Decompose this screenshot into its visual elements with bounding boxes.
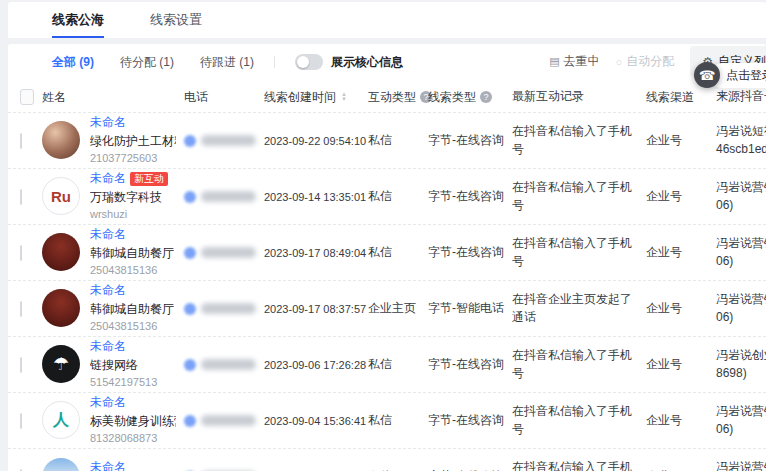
row-checkbox[interactable] (20, 245, 22, 261)
filter-pending-assign[interactable]: 待分配 (1) (120, 54, 174, 71)
avatar: ☂ (42, 345, 80, 383)
phone-reveal-icon[interactable] (184, 247, 196, 259)
source-cell: 冯岩说营销(788106) (716, 179, 766, 214)
tab-lead-pool[interactable]: 线索公海 (52, 11, 104, 38)
name-stack: 未命名 链搜网络 51542197513 (90, 338, 157, 390)
phone-masked-value (201, 415, 256, 426)
lead-name-link[interactable]: 未命名 (90, 394, 126, 411)
lead-type-cell: 字节-在线咨询 (428, 188, 512, 205)
lead-name-link[interactable]: 未命名 (90, 114, 126, 131)
help-icon[interactable]: ? (480, 91, 492, 103)
row-checkbox[interactable] (20, 133, 22, 149)
row-checkbox[interactable] (20, 413, 22, 429)
filter-divider (274, 56, 275, 68)
row-checkbox[interactable] (20, 189, 22, 205)
interaction-type-cell: 私信 (368, 132, 428, 149)
avatar-glyph: Ru (51, 188, 71, 205)
interaction-type-cell: 私信 (368, 244, 428, 261)
name-stack: 未命名 韩御城自助餐厅 25043815136 (90, 282, 174, 334)
created-cell: 2023-09-14 13:35:01 (264, 191, 368, 203)
lead-id: 25043815136 (90, 263, 174, 278)
phone-cell (184, 359, 264, 371)
lead-name-link[interactable]: 未命名 (90, 459, 126, 471)
channel-cell: 企业号 (646, 300, 716, 317)
avatar (42, 458, 80, 471)
lead-name-link[interactable]: 未命名 (90, 226, 126, 243)
channel-cell: 企业号 (646, 188, 716, 205)
header-name: 姓名 (42, 89, 184, 106)
source-cell: 冯岩说创业(21938698) (716, 347, 766, 382)
lead-name-link[interactable]: 未命名 (90, 170, 126, 187)
header-created: 线索创建时间 ▲ ▼ (264, 89, 368, 106)
channel-cell: 企业号 (646, 412, 716, 429)
phone-cell (184, 415, 264, 427)
avatar (42, 233, 80, 271)
lead-type-cell: 字节-在线咨询 (428, 412, 512, 429)
channel-cell: 企业号 (646, 244, 716, 261)
avatar-glyph: ☂ (53, 353, 69, 375)
channel-cell: 企业号 (646, 356, 716, 373)
source-cell: 冯岩说营销(788106) (716, 291, 766, 326)
latest-record-cell: 在抖音私信输入了手机号 (512, 123, 646, 158)
interaction-type-cell: 私信 (368, 356, 428, 373)
lead-id: 81328068873 (90, 431, 176, 446)
sort-created-control[interactable]: ▲ ▼ (341, 92, 347, 102)
lead-name-link[interactable]: 未命名 (90, 338, 126, 355)
leads-table: 姓名 电话 线索创建时间 ▲ ▼ 互动类型 ? 线索类型 ? 最新互动记录 线索… (8, 82, 766, 471)
phone-reveal-icon[interactable] (184, 415, 196, 427)
lead-id: wrshuzi (90, 207, 168, 222)
interaction-type-cell: 私信 (368, 412, 428, 429)
new-interaction-badge: 新互动 (130, 172, 168, 186)
filter-pending-follow[interactable]: 待跟进 (1) (200, 54, 254, 71)
lead-company: 韩御城自助餐厅 (90, 300, 174, 318)
core-info-toggle[interactable] (295, 54, 323, 70)
interaction-type-cell: 企业主页 (368, 300, 428, 317)
table-row: 未命名 韩御城自助餐厅 25043815136 2023-09-17 08:37… (8, 281, 766, 337)
header-interaction-type: 互动类型 ? (368, 89, 428, 106)
dedupe-icon: ▤ (549, 55, 559, 68)
source-cell: 冯岩说营销(788106) (716, 459, 766, 471)
dedupe-status[interactable]: ▤ 去重中 (549, 53, 599, 70)
auto-assign-toggle[interactable]: ○ 自动分配 (616, 53, 675, 70)
header-created-label: 线索创建时间 (264, 89, 336, 106)
lead-company: 链搜网络 (90, 356, 157, 374)
phone-reveal-icon[interactable] (184, 135, 196, 147)
lead-company: 绿化防护土工材料厂家 (90, 132, 176, 150)
latest-record-cell: 在抖音私信输入了手机号 (512, 459, 646, 471)
phone-cell (184, 135, 264, 147)
latest-record-cell: 在抖音私信输入了手机号 (512, 347, 646, 382)
core-info-toggle-wrap: 展示核心信息 (295, 54, 403, 71)
avatar (42, 289, 80, 327)
lead-id: 51542197513 (90, 375, 157, 390)
phone-icon: ☎ (694, 62, 720, 88)
dedupe-label: 去重中 (564, 53, 600, 70)
header-source: 来源抖音号 (716, 88, 766, 105)
latest-record-cell: 在抖音私信输入了手机号 (512, 235, 646, 270)
phone-masked-value (201, 247, 256, 258)
select-all-checkbox[interactable] (20, 89, 34, 105)
phone-reveal-icon[interactable] (184, 191, 196, 203)
phone-masked-value (201, 303, 256, 314)
lead-name-link[interactable]: 未命名 (90, 282, 126, 299)
row-checkbox[interactable] (20, 301, 22, 317)
click-to-login-widget[interactable]: ☎ 点击登录 (694, 62, 766, 88)
source-cell: 冯岩说短视频sey46scb1edcz) (716, 123, 766, 158)
created-cell: 2023-09-04 15:36:41 (264, 415, 368, 427)
phone-masked-value (201, 191, 256, 202)
name-stack: 未命名 新互动 万瑞数字科技 wrshuzi (90, 170, 168, 222)
table-row: 人 未命名 标美勒健身训练营 81328068873 2023-09-04 15… (8, 393, 766, 449)
table-row: Ru 未命名 新互动 万瑞数字科技 wrshuzi 2023-09-14 13:… (8, 169, 766, 225)
tab-lead-settings[interactable]: 线索设置 (150, 11, 202, 38)
phone-reveal-icon[interactable] (184, 303, 196, 315)
avatar-glyph: 人 (53, 410, 69, 431)
created-cell: 2023-09-17 08:37:57 (264, 303, 368, 315)
lead-type-cell: 字节-在线咨询 (428, 132, 512, 149)
sort-down-icon: ▼ (341, 97, 347, 102)
phone-reveal-icon[interactable] (184, 359, 196, 371)
filter-all[interactable]: 全部 (9) (52, 54, 94, 71)
lead-id: 25043815136 (90, 319, 174, 334)
created-cell: 2023-09-06 17:26:28 (264, 359, 368, 371)
avatar: 人 (42, 401, 80, 439)
row-checkbox[interactable] (20, 357, 22, 373)
header-lead-type-label: 线索类型 (428, 89, 476, 106)
